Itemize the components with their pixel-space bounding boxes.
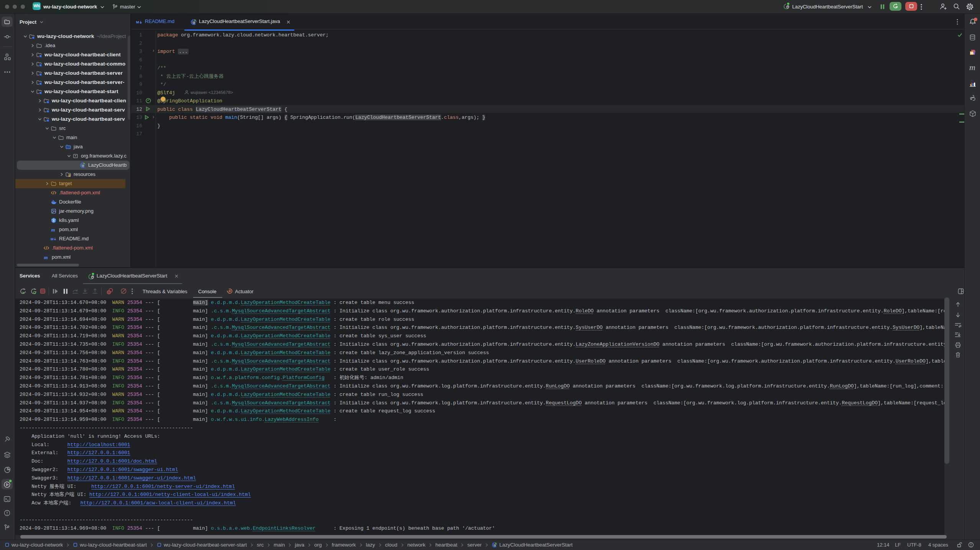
svg-text:ML: ML bbox=[970, 52, 975, 54]
